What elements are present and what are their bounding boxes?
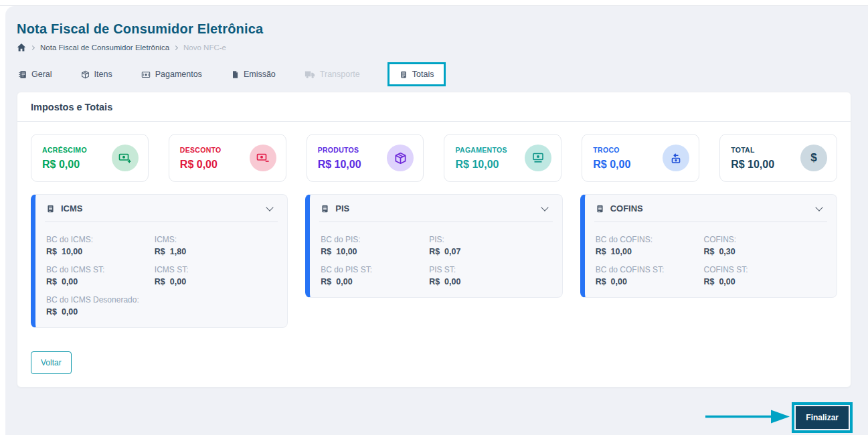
calculator-icon — [46, 204, 55, 213]
summary-card-total: TOTAL R$ 10,00 $ — [719, 134, 837, 182]
content-area: Nota Fiscal de Consumidor Eletrônica Not… — [17, 6, 851, 387]
card-value: R$ 10,00 — [455, 159, 507, 171]
summary-card-acrescimo: ACRÉSCIMO R$ 0,00 — [31, 134, 149, 182]
tab-label: Emissão — [244, 70, 276, 79]
cash-stack-icon — [525, 145, 551, 171]
chevron-down-icon[interactable] — [266, 203, 274, 211]
tab-geral[interactable]: Geral — [17, 64, 54, 85]
summary-card-produtos: PRODUTOS R$ 10,00 — [307, 134, 424, 182]
icms-panel: ICMS BC do ICMS: R$ 10,00 ICMS: R$ 1,80 — [31, 194, 288, 328]
cash-minus-icon — [250, 145, 276, 171]
cofins-panel: COFINS BC do COFINS: R$ 10,00 COFINS: R$… — [580, 194, 837, 298]
card-value: R$ 10,00 — [318, 159, 361, 171]
card-label: ACRÉSCIMO — [42, 146, 87, 154]
file-icon — [231, 70, 239, 79]
journal-icon — [18, 70, 27, 79]
field-pis: PIS: R$ 0,07 — [429, 235, 551, 256]
dollar-icon: $ — [800, 145, 827, 171]
summary-card-pagamentos: PAGAMENTOS R$ 10,00 — [444, 134, 561, 182]
cash-plus-icon — [112, 145, 139, 171]
truck-icon — [305, 70, 315, 79]
card-value: R$ 0,00 — [593, 159, 630, 171]
cofins-panel-header[interactable]: COFINS — [585, 195, 837, 222]
card-label: TROCO — [593, 146, 630, 154]
breadcrumb-item-current: Novo NFC-e — [183, 44, 226, 52]
tab-label: Geral — [31, 70, 52, 79]
summary-cards-row: ACRÉSCIMO R$ 0,00 DESCONTO R$ 0,00 — [31, 134, 837, 182]
cash-refund-icon — [663, 145, 689, 171]
tab-totais[interactable]: Totais — [389, 64, 444, 84]
finalizar-highlight-annotation: Finalizar — [792, 402, 853, 433]
chevron-down-icon[interactable] — [815, 203, 822, 211]
tab-transporte: Transporte — [303, 64, 361, 85]
package-icon — [81, 70, 90, 79]
panel-title: ICMS — [61, 203, 267, 213]
field-cofins: COFINS: R$ 0,30 — [703, 235, 825, 256]
field-pis-st: PIS ST: R$ 0,00 — [429, 265, 551, 286]
card-label: PRODUTOS — [318, 146, 361, 154]
field-cofins-st: COFINS ST: R$ 0,00 — [703, 265, 825, 286]
breadcrumb-item[interactable]: Nota Fiscal de Consumidor Eletrônica — [40, 44, 169, 52]
tab-label: Totais — [412, 70, 434, 79]
tab-bar: Geral Itens Pagamentos Emissão Transport… — [17, 62, 851, 87]
chevron-down-icon[interactable] — [541, 203, 548, 211]
tab-label: Itens — [94, 70, 112, 79]
calculator-icon — [400, 70, 408, 79]
page-title: Nota Fiscal de Consumidor Eletrônica — [17, 21, 851, 37]
field-bc-pis-st: BC do PIS ST: R$ 0,00 — [321, 265, 429, 286]
tab-itens[interactable]: Itens — [80, 64, 114, 85]
tab-label: Transporte — [320, 70, 360, 79]
card-value: R$ 0,00 — [180, 159, 222, 171]
panel-title: COFINS — [610, 203, 816, 213]
impostos-totais-card: Impostos e Totais ACRÉSCIMO R$ 0,00 DESC… — [17, 92, 851, 387]
pis-panel-header[interactable]: PIS — [310, 195, 561, 222]
section-title: Impostos e Totais — [17, 92, 851, 122]
field-bc-cofins: BC do COFINS: R$ 10,00 — [596, 235, 704, 256]
field-icms-st: ICMS ST: R$ 0,00 — [155, 265, 276, 286]
chevron-right-icon — [173, 45, 178, 50]
cash-icon — [141, 70, 151, 79]
totais-tab-highlight-annotation: Totais — [387, 62, 446, 86]
annotation-arrow — [704, 408, 791, 426]
field-icms: ICMS: R$ 1,80 — [155, 235, 276, 256]
breadcrumb: Nota Fiscal de Consumidor Eletrônica Nov… — [17, 43, 851, 52]
tax-panels-row: ICMS BC do ICMS: R$ 10,00 ICMS: R$ 1,80 — [31, 194, 837, 328]
field-bc-pis: BC do PIS: R$ 10,00 — [321, 235, 429, 256]
card-value: R$ 0,00 — [42, 159, 87, 171]
calculator-icon — [596, 204, 604, 213]
card-value: R$ 10,00 — [731, 159, 774, 171]
field-bc-icms-desonerado: BC do ICMS Desonerado: R$ 0,00 — [46, 295, 155, 317]
package-icon — [387, 145, 414, 171]
field-bc-icms-st: BC do ICMS ST: R$ 0,00 — [46, 265, 155, 286]
tab-label: Pagamentos — [155, 70, 202, 79]
summary-card-troco: TROCO R$ 0,00 — [582, 134, 699, 182]
tab-pagamentos[interactable]: Pagamentos — [140, 64, 203, 85]
icms-panel-header[interactable]: ICMS — [35, 195, 287, 222]
pis-panel: PIS BC do PIS: R$ 10,00 PIS: R$ 0,07 — [305, 194, 562, 298]
tab-emissao[interactable]: Emissão — [230, 64, 277, 85]
card-label: PAGAMENTOS — [455, 146, 507, 154]
field-bc-cofins-st: BC do COFINS ST: R$ 0,00 — [596, 265, 704, 286]
chevron-right-icon — [30, 45, 35, 50]
finalizar-button[interactable]: Finalizar — [796, 406, 849, 429]
card-label: TOTAL — [731, 146, 774, 154]
voltar-button[interactable]: Voltar — [31, 351, 72, 374]
home-icon[interactable] — [17, 43, 26, 52]
card-label: DESCONTO — [180, 146, 222, 154]
field-bc-icms: BC do ICMS: R$ 10,00 — [46, 235, 155, 256]
panel-title: PIS — [335, 203, 541, 213]
summary-card-desconto: DESCONTO R$ 0,00 — [169, 134, 286, 182]
calculator-icon — [321, 204, 329, 213]
